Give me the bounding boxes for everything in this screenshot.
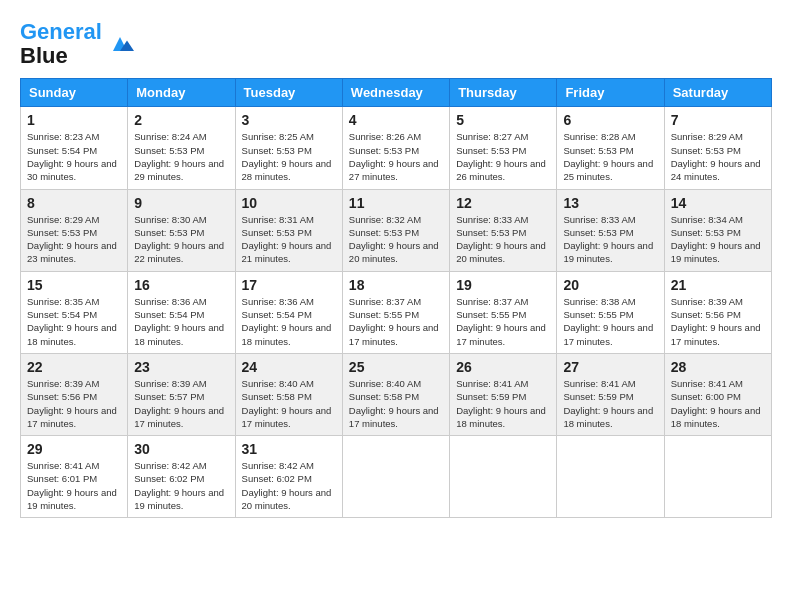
day-number: 2	[134, 112, 228, 128]
day-number: 22	[27, 359, 121, 375]
calendar-day	[450, 436, 557, 518]
calendar-day: 26 Sunrise: 8:41 AM Sunset: 5:59 PM Dayl…	[450, 353, 557, 435]
calendar-day: 24 Sunrise: 8:40 AM Sunset: 5:58 PM Dayl…	[235, 353, 342, 435]
day-number: 19	[456, 277, 550, 293]
calendar-day: 12 Sunrise: 8:33 AM Sunset: 5:53 PM Dayl…	[450, 189, 557, 271]
calendar-day: 8 Sunrise: 8:29 AM Sunset: 5:53 PM Dayli…	[21, 189, 128, 271]
calendar-day: 30 Sunrise: 8:42 AM Sunset: 6:02 PM Dayl…	[128, 436, 235, 518]
calendar-header-monday: Monday	[128, 79, 235, 107]
day-info: Sunrise: 8:42 AM Sunset: 6:02 PM Dayligh…	[134, 459, 228, 512]
day-info: Sunrise: 8:40 AM Sunset: 5:58 PM Dayligh…	[349, 377, 443, 430]
day-number: 24	[242, 359, 336, 375]
day-number: 26	[456, 359, 550, 375]
day-info: Sunrise: 8:25 AM Sunset: 5:53 PM Dayligh…	[242, 130, 336, 183]
day-number: 27	[563, 359, 657, 375]
calendar-day: 20 Sunrise: 8:38 AM Sunset: 5:55 PM Dayl…	[557, 271, 664, 353]
day-number: 8	[27, 195, 121, 211]
day-info: Sunrise: 8:27 AM Sunset: 5:53 PM Dayligh…	[456, 130, 550, 183]
day-info: Sunrise: 8:39 AM Sunset: 5:56 PM Dayligh…	[27, 377, 121, 430]
calendar-header-thursday: Thursday	[450, 79, 557, 107]
day-number: 18	[349, 277, 443, 293]
day-info: Sunrise: 8:32 AM Sunset: 5:53 PM Dayligh…	[349, 213, 443, 266]
calendar-day: 15 Sunrise: 8:35 AM Sunset: 5:54 PM Dayl…	[21, 271, 128, 353]
calendar-day: 11 Sunrise: 8:32 AM Sunset: 5:53 PM Dayl…	[342, 189, 449, 271]
day-info: Sunrise: 8:38 AM Sunset: 5:55 PM Dayligh…	[563, 295, 657, 348]
calendar-day	[342, 436, 449, 518]
day-number: 13	[563, 195, 657, 211]
day-number: 10	[242, 195, 336, 211]
calendar-day: 6 Sunrise: 8:28 AM Sunset: 5:53 PM Dayli…	[557, 107, 664, 189]
day-number: 9	[134, 195, 228, 211]
calendar-day: 28 Sunrise: 8:41 AM Sunset: 6:00 PM Dayl…	[664, 353, 771, 435]
day-info: Sunrise: 8:40 AM Sunset: 5:58 PM Dayligh…	[242, 377, 336, 430]
day-info: Sunrise: 8:41 AM Sunset: 6:00 PM Dayligh…	[671, 377, 765, 430]
calendar-day: 14 Sunrise: 8:34 AM Sunset: 5:53 PM Dayl…	[664, 189, 771, 271]
day-info: Sunrise: 8:37 AM Sunset: 5:55 PM Dayligh…	[349, 295, 443, 348]
calendar-day: 21 Sunrise: 8:39 AM Sunset: 5:56 PM Dayl…	[664, 271, 771, 353]
calendar-header-wednesday: Wednesday	[342, 79, 449, 107]
day-info: Sunrise: 8:39 AM Sunset: 5:57 PM Dayligh…	[134, 377, 228, 430]
day-info: Sunrise: 8:29 AM Sunset: 5:53 PM Dayligh…	[27, 213, 121, 266]
day-number: 20	[563, 277, 657, 293]
calendar-week-5: 29 Sunrise: 8:41 AM Sunset: 6:01 PM Dayl…	[21, 436, 772, 518]
day-number: 11	[349, 195, 443, 211]
day-number: 21	[671, 277, 765, 293]
calendar-day: 10 Sunrise: 8:31 AM Sunset: 5:53 PM Dayl…	[235, 189, 342, 271]
day-number: 4	[349, 112, 443, 128]
day-number: 16	[134, 277, 228, 293]
calendar-day: 27 Sunrise: 8:41 AM Sunset: 5:59 PM Dayl…	[557, 353, 664, 435]
calendar-header-sunday: Sunday	[21, 79, 128, 107]
day-info: Sunrise: 8:35 AM Sunset: 5:54 PM Dayligh…	[27, 295, 121, 348]
day-number: 12	[456, 195, 550, 211]
logo: GeneralBlue	[20, 20, 134, 68]
day-number: 15	[27, 277, 121, 293]
day-info: Sunrise: 8:26 AM Sunset: 5:53 PM Dayligh…	[349, 130, 443, 183]
calendar-header-tuesday: Tuesday	[235, 79, 342, 107]
day-info: Sunrise: 8:23 AM Sunset: 5:54 PM Dayligh…	[27, 130, 121, 183]
calendar-day: 3 Sunrise: 8:25 AM Sunset: 5:53 PM Dayli…	[235, 107, 342, 189]
calendar-day: 23 Sunrise: 8:39 AM Sunset: 5:57 PM Dayl…	[128, 353, 235, 435]
day-number: 29	[27, 441, 121, 457]
calendar-week-1: 1 Sunrise: 8:23 AM Sunset: 5:54 PM Dayli…	[21, 107, 772, 189]
day-info: Sunrise: 8:33 AM Sunset: 5:53 PM Dayligh…	[563, 213, 657, 266]
calendar-week-2: 8 Sunrise: 8:29 AM Sunset: 5:53 PM Dayli…	[21, 189, 772, 271]
day-info: Sunrise: 8:36 AM Sunset: 5:54 PM Dayligh…	[242, 295, 336, 348]
calendar-day	[557, 436, 664, 518]
day-number: 31	[242, 441, 336, 457]
calendar-table: SundayMondayTuesdayWednesdayThursdayFrid…	[20, 78, 772, 518]
day-info: Sunrise: 8:37 AM Sunset: 5:55 PM Dayligh…	[456, 295, 550, 348]
calendar-day: 19 Sunrise: 8:37 AM Sunset: 5:55 PM Dayl…	[450, 271, 557, 353]
calendar-day: 17 Sunrise: 8:36 AM Sunset: 5:54 PM Dayl…	[235, 271, 342, 353]
day-info: Sunrise: 8:33 AM Sunset: 5:53 PM Dayligh…	[456, 213, 550, 266]
calendar-header-friday: Friday	[557, 79, 664, 107]
day-info: Sunrise: 8:30 AM Sunset: 5:53 PM Dayligh…	[134, 213, 228, 266]
day-info: Sunrise: 8:34 AM Sunset: 5:53 PM Dayligh…	[671, 213, 765, 266]
calendar-day: 4 Sunrise: 8:26 AM Sunset: 5:53 PM Dayli…	[342, 107, 449, 189]
calendar-week-3: 15 Sunrise: 8:35 AM Sunset: 5:54 PM Dayl…	[21, 271, 772, 353]
day-info: Sunrise: 8:39 AM Sunset: 5:56 PM Dayligh…	[671, 295, 765, 348]
day-info: Sunrise: 8:29 AM Sunset: 5:53 PM Dayligh…	[671, 130, 765, 183]
day-number: 1	[27, 112, 121, 128]
calendar-day: 13 Sunrise: 8:33 AM Sunset: 5:53 PM Dayl…	[557, 189, 664, 271]
day-number: 28	[671, 359, 765, 375]
day-number: 3	[242, 112, 336, 128]
day-info: Sunrise: 8:41 AM Sunset: 6:01 PM Dayligh…	[27, 459, 121, 512]
day-number: 30	[134, 441, 228, 457]
calendar-day: 29 Sunrise: 8:41 AM Sunset: 6:01 PM Dayl…	[21, 436, 128, 518]
day-number: 25	[349, 359, 443, 375]
calendar-day: 18 Sunrise: 8:37 AM Sunset: 5:55 PM Dayl…	[342, 271, 449, 353]
calendar-day: 22 Sunrise: 8:39 AM Sunset: 5:56 PM Dayl…	[21, 353, 128, 435]
day-info: Sunrise: 8:31 AM Sunset: 5:53 PM Dayligh…	[242, 213, 336, 266]
day-number: 7	[671, 112, 765, 128]
calendar-day: 5 Sunrise: 8:27 AM Sunset: 5:53 PM Dayli…	[450, 107, 557, 189]
day-number: 6	[563, 112, 657, 128]
page-header: GeneralBlue	[20, 20, 772, 68]
day-number: 23	[134, 359, 228, 375]
logo-text: GeneralBlue	[20, 20, 102, 68]
calendar-header-row: SundayMondayTuesdayWednesdayThursdayFrid…	[21, 79, 772, 107]
day-info: Sunrise: 8:36 AM Sunset: 5:54 PM Dayligh…	[134, 295, 228, 348]
calendar-day: 9 Sunrise: 8:30 AM Sunset: 5:53 PM Dayli…	[128, 189, 235, 271]
logo-icon	[106, 30, 134, 58]
calendar-day: 16 Sunrise: 8:36 AM Sunset: 5:54 PM Dayl…	[128, 271, 235, 353]
calendar-day: 2 Sunrise: 8:24 AM Sunset: 5:53 PM Dayli…	[128, 107, 235, 189]
